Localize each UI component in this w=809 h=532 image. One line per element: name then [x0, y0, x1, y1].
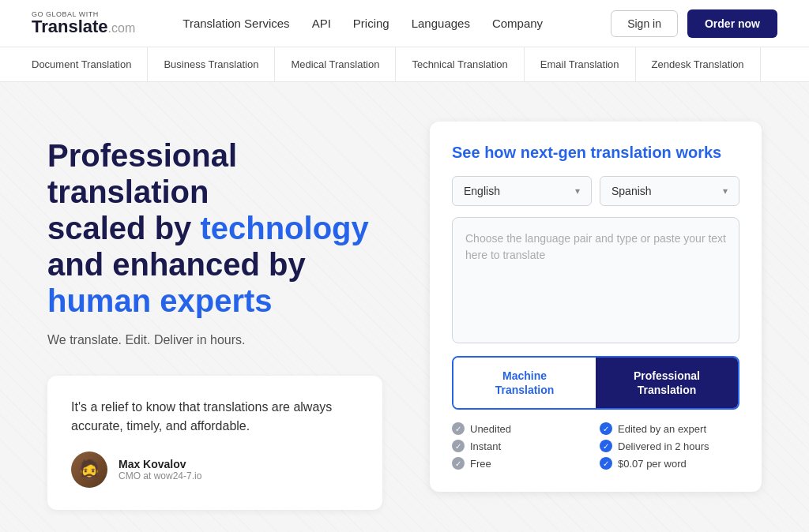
widget-title: See how next-gen translation works — [452, 144, 739, 162]
source-language-select[interactable]: English ▾ — [452, 176, 592, 206]
professional-translation-button[interactable]: Professional Translation — [596, 358, 738, 408]
nav-actions: Sign in Order now — [611, 9, 777, 38]
language-selectors: English ▾ Spanish ▾ — [452, 176, 739, 206]
machine-translation-button[interactable]: Machine Translation — [453, 358, 596, 408]
translation-textarea[interactable]: Choose the language pair and type or pas… — [452, 217, 739, 343]
testimonial-text: It's a relief to know that translations … — [71, 398, 359, 436]
hero-title-line2: scaled by technology and enhanced by — [47, 211, 369, 282]
hero-accent-technology: technology — [200, 211, 368, 245]
textarea-placeholder: Choose the language pair and type or pas… — [465, 232, 726, 261]
translation-type-buttons: Machine Translation Professional Transla… — [452, 356, 739, 410]
subnav: Document Translation Business Translatio… — [0, 47, 809, 82]
feature-delivered: ✓ Delivered in 2 hours — [600, 440, 739, 452]
main-content: Professional translation scaled by techn… — [0, 82, 809, 532]
subnav-zendesk[interactable]: Zendesk Translation — [636, 47, 761, 82]
feature-delivered-label: Delivered in 2 hours — [618, 440, 709, 452]
nav-links: Translation Services API Pricing Languag… — [182, 17, 579, 30]
feature-edited-label: Edited by an expert — [618, 423, 706, 435]
check-edited-icon: ✓ — [600, 422, 612, 435]
order-now-button[interactable]: Order now — [687, 9, 777, 38]
subnav-document[interactable]: Document Translation — [32, 47, 148, 82]
source-lang-label: English — [464, 185, 500, 197]
features-grid: ✓ Unedited ✓ Edited by an expert ✓ Insta… — [452, 422, 739, 470]
source-lang-chevron-icon: ▾ — [575, 185, 580, 197]
nav-translation-services[interactable]: Translation Services — [182, 17, 289, 30]
navbar: GO GLOBAL WITH Translate.com Translation… — [0, 0, 809, 47]
hero-title: Professional translation scaled by techn… — [47, 137, 382, 319]
translation-widget: See how next-gen translation works Engli… — [430, 122, 762, 492]
author-name: Max Kovalov — [119, 458, 201, 470]
check-delivered-icon: ✓ — [600, 440, 612, 452]
feature-free: ✓ Free — [452, 457, 592, 470]
testimonial-author: 🧔 Max Kovalov CMO at wow24-7.io — [71, 451, 359, 488]
left-column: Professional translation scaled by techn… — [47, 122, 382, 510]
author-info: Max Kovalov CMO at wow24-7.io — [119, 458, 201, 481]
hero-accent-human: human experts — [47, 283, 273, 318]
subnav-technical[interactable]: Technical Translation — [396, 47, 524, 82]
feature-instant: ✓ Instant — [452, 440, 592, 452]
nav-languages[interactable]: Languages — [412, 17, 470, 30]
author-role: CMO at wow24-7.io — [119, 470, 201, 481]
signin-button[interactable]: Sign in — [611, 10, 678, 37]
hero-subtitle: We translate. Edit. Deliver in hours. — [47, 333, 382, 347]
subnav-medical[interactable]: Medical Translation — [275, 47, 396, 82]
target-language-select[interactable]: Spanish ▾ — [600, 176, 739, 206]
feature-price-label: $0.07 per word — [618, 458, 687, 470]
nav-api[interactable]: API — [312, 17, 331, 30]
feature-price: ✓ $0.07 per word — [600, 457, 739, 470]
hero-title-line1: Professional translation — [47, 138, 237, 209]
nav-pricing[interactable]: Pricing — [353, 17, 389, 30]
check-price-icon: ✓ — [600, 457, 612, 470]
right-column: See how next-gen translation works Engli… — [430, 122, 762, 510]
feature-unedited: ✓ Unedited — [452, 422, 592, 435]
check-instant-icon: ✓ — [452, 440, 465, 452]
feature-instant-label: Instant — [470, 440, 501, 452]
check-unedited-icon: ✓ — [452, 422, 465, 435]
logo[interactable]: GO GLOBAL WITH Translate.com — [32, 11, 135, 36]
subnav-business[interactable]: Business Translation — [148, 47, 275, 82]
subnav-email[interactable]: Email Translation — [525, 47, 636, 82]
testimonial-card: It's a relief to know that translations … — [47, 376, 382, 510]
feature-unedited-label: Unedited — [470, 423, 511, 435]
check-free-icon: ✓ — [452, 457, 465, 470]
target-lang-label: Spanish — [611, 185, 652, 197]
logo-name: Translate.com — [32, 18, 135, 36]
feature-edited: ✓ Edited by an expert — [600, 422, 739, 435]
feature-free-label: Free — [470, 458, 491, 470]
target-lang-chevron-icon: ▾ — [723, 185, 728, 197]
avatar: 🧔 — [71, 451, 107, 488]
nav-company[interactable]: Company — [492, 17, 543, 30]
